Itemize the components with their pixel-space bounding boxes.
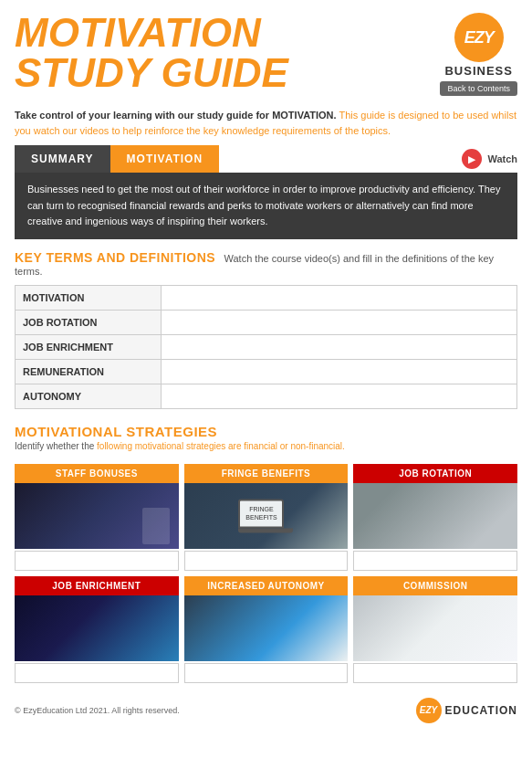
intro-bold: Take control of your learning with our s… [15,110,337,121]
strat-image [15,483,179,549]
term-definition[interactable] [162,384,517,408]
table-row: JOB ENRICHMENT [16,334,517,359]
key-terms-title: KEY TERMS AND DEFINITIONS [15,250,215,265]
strat-fill-box[interactable] [15,663,179,683]
strat-card: JOB ENRICHMENT [15,576,179,683]
strat-label: COMMISSION [353,576,517,595]
strat-fill-box[interactable] [353,663,517,683]
key-terms-section: KEY TERMS AND DEFINITIONS Watch the cour… [0,239,532,415]
strat-fill-box[interactable] [184,663,349,683]
footer-text: © EzyEducation Ltd 2021. All rights rese… [15,706,180,715]
strat-image: FRINGEBENEFITS [184,483,349,549]
strat-fill-box[interactable] [184,551,349,571]
strat-card: JOB ROTATION [353,464,517,571]
logo-badge: EZY BUSINESS Back to Contents [440,13,517,96]
term-label: REMUNERATION [16,359,162,384]
tab-summary[interactable]: SUMMARY [15,145,110,173]
strat-card: COMMISSION [353,576,517,683]
back-to-contents-button[interactable]: Back to Contents [440,81,517,96]
strat-fill-box[interactable] [353,551,517,571]
page-title: MOTIVATION STUDY GUIDE [15,13,325,93]
motivational-strategies-section: MOTIVATIONAL STRATEGIES Identify whether… [0,415,532,457]
footer-logo: EZY EDUCATION [416,698,517,723]
strat-card: FRINGE BENEFITS FRINGEBENEFITS [184,464,349,571]
strat-image [353,483,517,549]
strat-label: JOB ENRICHMENT [15,576,179,595]
strat-label: STAFF BONUSES [15,464,179,483]
strat-grid: STAFF BONUSES FRINGE BENEFITS FRINGEBENE… [0,464,532,683]
strat-card: STAFF BONUSES [15,464,179,571]
terms-table: MOTIVATIONJOB ROTATIONJOB ENRICHMENTREMU… [15,285,517,409]
term-label: AUTONOMY [16,384,162,408]
logo-name: BUSINESS [444,64,512,78]
play-icon[interactable]: ▶ [462,149,482,169]
intro-text: Take control of your learning with our s… [0,100,532,145]
tab-row: SUMMARY MOTIVATION ▶ Watch [0,145,532,173]
term-label: MOTIVATION [16,285,162,310]
strat-subtitle: Identify whether the following motivatio… [15,441,517,451]
table-row: JOB ROTATION [16,310,517,334]
term-label: JOB ENRICHMENT [16,334,162,359]
table-row: AUTONOMY [16,384,517,408]
strat-image [353,595,517,661]
strat-label: INCREASED AUTONOMY [184,576,349,595]
strat-image [15,595,179,661]
footer-logo-circle: EZY [416,698,442,723]
term-label: JOB ROTATION [16,310,162,334]
term-definition[interactable] [162,310,517,334]
table-row: MOTIVATION [16,285,517,310]
strat-label: JOB ROTATION [353,464,517,483]
term-definition[interactable] [162,334,517,359]
watch-button[interactable]: ▶ Watch [462,149,517,169]
strat-label: FRINGE BENEFITS [184,464,349,483]
laptop-icon: FRINGEBENEFITS [238,499,293,532]
footer-logo-name: EDUCATION [445,704,517,717]
page-footer: © EzyEducation Ltd 2021. All rights rese… [0,690,532,731]
strat-image [184,595,349,661]
strat-title: MOTIVATIONAL STRATEGIES [15,424,517,439]
page-header: EZY BUSINESS Back to Contents MOTIVATION… [0,0,532,100]
tab-motivation[interactable]: MOTIVATION [110,145,220,173]
term-definition[interactable] [162,359,517,384]
summary-box: Businesses need to get the most out of t… [15,173,517,239]
logo-circle: EZY [454,13,504,62]
strat-fill-box[interactable] [15,551,179,571]
logo-circle-text: EZY [464,28,494,47]
table-row: REMUNERATION [16,359,517,384]
strat-card: INCREASED AUTONOMY [184,576,349,683]
term-definition[interactable] [162,285,517,310]
